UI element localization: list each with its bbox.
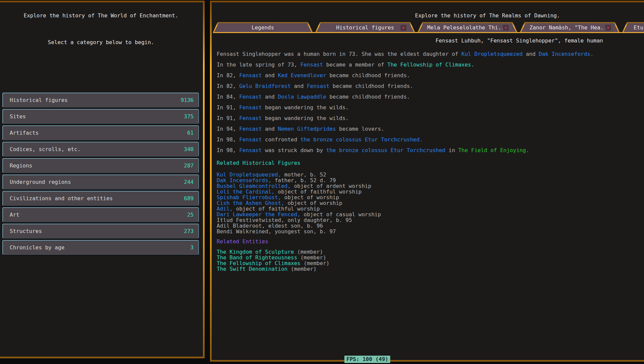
related-figures-list: Kul Dropletsqueezed, mother, b. 52Dak In… [212, 172, 644, 234]
right-panel-title: Explore the history of The Realms of Daw… [212, 12, 644, 19]
event-link[interactable]: Fensast [239, 72, 261, 79]
event-text: In 84, [217, 94, 239, 100]
related-figure-row: Loli the Cardinal, object of faithful wo… [217, 189, 644, 195]
category-button-structures[interactable]: Structures273 [2, 224, 199, 239]
related-entity-row: The Swift Denomination (member) [217, 266, 644, 272]
event-link[interactable]: The Field of Enjoying. [458, 147, 529, 153]
event-line: In 82, Gelu Braidforest and Fensast beca… [217, 81, 644, 92]
category-button-regions[interactable]: Regions287 [2, 158, 199, 173]
related-figure-row: Bendi Walkreined, youngest son, b. 97 [217, 229, 644, 234]
event-text: in [445, 147, 458, 153]
event-text: Fensast Singlehopper was a human born in… [217, 51, 461, 57]
category-button-civilizations-and-other-entities[interactable]: Civilizations and other entities689 [2, 191, 199, 206]
tab-historical-figures[interactable]: Historical figures× [315, 22, 415, 32]
fps-indicator: FPS: 100 (49) [344, 356, 390, 363]
category-list: Historical figures9136Sites375Artifacts6… [2, 93, 199, 255]
related-figure-row: Dak Incensefords, father, b. 52 d. 79 [217, 177, 644, 183]
category-count: 244 [184, 179, 194, 185]
event-link[interactable]: the bronze colossus Etur Torchcrushed. [300, 136, 423, 143]
category-count: 375 [184, 113, 194, 120]
event-text: became lovers. [336, 126, 384, 132]
category-button-codices-scrolls-etc[interactable]: Codices, scrolls, etc.340 [2, 142, 199, 157]
event-line: In 91, Fensast began wandering the wilds… [217, 113, 644, 124]
related-figure-row: Adil, object of faithful worship [217, 206, 644, 212]
event-line: Fensast Singlehopper was a human born in… [217, 49, 644, 59]
category-count: 9136 [181, 97, 194, 103]
category-label: Regions [10, 162, 32, 169]
event-link[interactable]: Fensast [239, 94, 261, 100]
tab-close-icon[interactable]: × [605, 25, 611, 30]
related-figure-row: Adil Bladeroot, eldest son, b. 96 [217, 223, 644, 229]
event-link[interactable]: Dak Incensefords. [539, 51, 594, 57]
tab-label: Etur I [634, 24, 644, 31]
event-link[interactable]: Fensast [239, 136, 261, 143]
event-link[interactable]: Fensast [239, 104, 261, 111]
figure-relation: youngest son, b. 97 [272, 228, 336, 235]
event-link[interactable]: Fensast [239, 147, 261, 153]
event-text: In 91, [217, 115, 239, 121]
subject-header: Fensast Luhbuh, "Fensast Singlehopper", … [212, 37, 644, 44]
event-text: became a member of [323, 62, 388, 68]
event-text: and [262, 126, 278, 132]
related-figure-row: Kul Dropletsqueezed, mother, b. 52 [217, 172, 644, 177]
world-explorer-panel: Explore the history of The World of Ench… [0, 1, 205, 358]
tab-label: Legends [251, 24, 274, 31]
tab-mela-peleselolathe-thi[interactable]: Mela Peleselolathe Thi...× [418, 22, 517, 32]
legends-content: Fensast Luhbuh, "Fensast Singlehopper", … [212, 37, 644, 272]
tab-inner: Legends [214, 23, 311, 32]
event-link[interactable]: Kul Dropletsqueezed [461, 51, 523, 57]
event-line: In 98, Fensast confronted the bronze col… [217, 134, 644, 145]
event-link[interactable]: Fensast [307, 83, 329, 89]
category-button-artifacts[interactable]: Artifacts61 [2, 125, 199, 140]
category-count: 25 [187, 212, 194, 218]
event-text: confronted [262, 136, 301, 143]
tab-bar: LegendsHistorical figures×Mela Peleselol… [213, 22, 644, 33]
tab-zanor-nam-sh-the-hea[interactable]: Zanor Namàsh, "The Hea...× [520, 22, 620, 32]
related-entities-list: The Kingdom of Sculpture (member)The Ban… [212, 249, 644, 272]
event-link[interactable]: Dosla Lawpaddle [278, 94, 326, 100]
related-entities-heading: Related Entities [212, 238, 644, 245]
category-label: Sites [10, 113, 26, 120]
event-line: In 94, Fensast and Nemen Giftedprides be… [217, 124, 644, 134]
event-link[interactable]: Fensast [300, 62, 323, 68]
event-text: In 82, [217, 72, 239, 79]
entity-link[interactable]: The Swift Denomination [217, 266, 288, 272]
tab-label: Mela Peleselolathe Thi... [427, 24, 508, 31]
category-button-historical-figures[interactable]: Historical figures9136 [2, 93, 199, 108]
tab-inner: Mela Peleselolathe Thi...× [419, 23, 516, 32]
event-text: and [262, 72, 278, 79]
related-entity-row: The Fellowship of Climaxes (member) [217, 260, 644, 266]
tab-inner: Historical figures× [317, 23, 414, 32]
event-link[interactable]: Fensast [239, 115, 261, 121]
category-button-underground-regions[interactable]: Underground regions244 [2, 174, 199, 190]
left-panel-inner: Explore the history of The World of Ench… [0, 2, 203, 357]
tab-close-icon[interactable]: × [401, 25, 406, 30]
event-text: became childhood friends. [326, 72, 410, 79]
category-button-art[interactable]: Art25 [2, 207, 199, 222]
category-label: Chronicles by age [10, 244, 65, 251]
category-button-chronicles-by-age[interactable]: Chronicles by age3 [2, 240, 199, 255]
tab-legends[interactable]: Legends [213, 22, 313, 32]
event-list: Fensast Singlehopper was a human born in… [212, 49, 644, 156]
related-entity-row: The Kingdom of Sculpture (member) [217, 249, 644, 255]
event-text: began wandering the wilds. [262, 104, 349, 111]
event-link[interactable]: Nemen Giftedprides [278, 126, 336, 132]
event-line: In 91, Fensast began wandering the wilds… [217, 102, 644, 113]
tab-label: Historical figures [336, 24, 394, 31]
tab-etur-i[interactable]: Etur I [622, 22, 644, 32]
event-line: In 84, Fensast and Dosla Lawpaddle becam… [217, 92, 644, 102]
event-link[interactable]: The Fellowship of Climaxes. [388, 62, 474, 68]
event-text: In 94, [217, 126, 239, 132]
event-link[interactable]: Fensast [239, 126, 261, 132]
event-link[interactable]: Ked Evenedlover [278, 72, 326, 79]
category-button-sites[interactable]: Sites375 [2, 109, 199, 124]
related-figure-row: Itlud Festivetwisted, only daughter, b. … [217, 217, 644, 223]
event-text: and [262, 94, 278, 100]
event-text: In 82, [217, 83, 239, 89]
category-count: 3 [190, 244, 194, 251]
category-count: 287 [184, 162, 194, 169]
event-line: In 82, Fensast and Ked Evenedlover becam… [217, 70, 644, 81]
event-link[interactable]: the bronze colossus Etur Torchcrushed [326, 147, 445, 153]
tab-close-icon[interactable]: × [503, 25, 509, 30]
event-link[interactable]: Gelu Braidforest [239, 83, 291, 89]
